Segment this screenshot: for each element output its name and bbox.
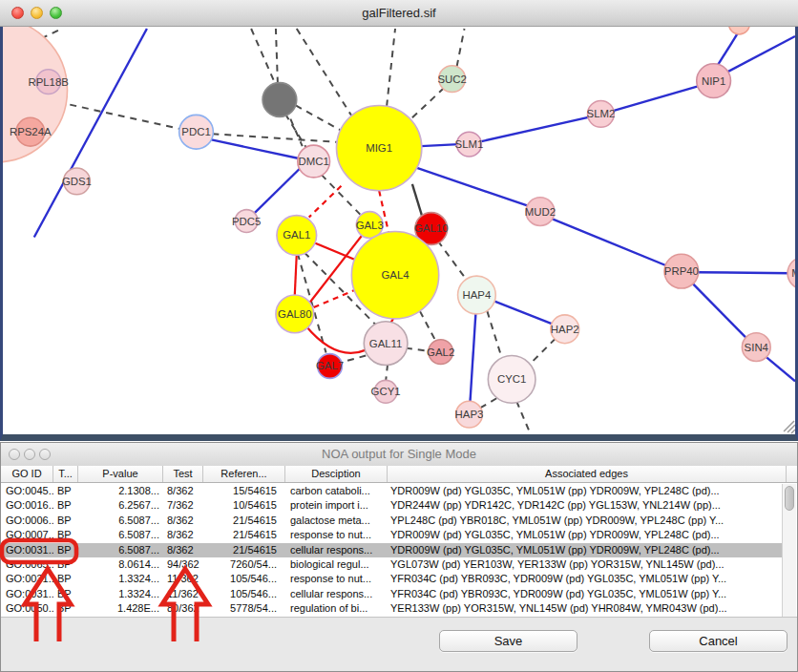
table-cell: YGL073W (pd) YER103W, YER133W (pp) YOR31… <box>388 557 782 572</box>
noa-window-title: NOA output for Single Mode <box>1 447 797 461</box>
table-row[interactable]: GO:0016...BP6.2567...7/36210/54615protei… <box>1 498 782 513</box>
table-row[interactable]: GO:0050...BP1.428E...80/3625778/54...reg… <box>1 601 782 616</box>
node-label-MIG1: MIG1 <box>366 142 392 154</box>
table-cell: GO:0016... <box>1 498 53 513</box>
table-cell: 8/362 <box>163 543 203 557</box>
table-row[interactable]: GO:0031...BP1.3324...11/362105/546...res… <box>1 572 782 586</box>
network-canvas[interactable]: RPL18BRPS24AGDS1PDC1DMC1MIG1SUC2SLM1SLM2… <box>3 27 795 434</box>
table-cell: YDR009W (pd) YGL035C, YML051W (pp) YDR00… <box>388 528 782 542</box>
table-cell: BP <box>53 572 78 586</box>
table-row[interactable]: GO:0006...BP6.5087...8/36221/54615galact… <box>1 514 782 528</box>
node-label-GAL7: GAL7 <box>316 360 344 371</box>
table-cell: BP <box>53 528 78 542</box>
table-cell: 7260/54... <box>203 557 285 572</box>
table-cell: YDR009W (pd) YGL035C, YML051W (pp) YDR00… <box>388 543 782 557</box>
edge <box>276 29 278 84</box>
table-cell: 1.3324... <box>78 587 163 601</box>
edge <box>417 168 531 207</box>
edge <box>412 184 423 219</box>
node-label-GCY1: GCY1 <box>371 386 401 397</box>
node-label-RPL18B: RPL18B <box>28 76 68 88</box>
table-header: GO IDT...P-valueTestReferen...Desciption… <box>1 466 797 483</box>
table-cell: GO:0006... <box>1 514 53 528</box>
table-row[interactable]: GO:0045...BP2.1308...8/36215/54615carbon… <box>1 484 782 498</box>
table-cell: BP <box>53 557 78 572</box>
table-cell: BP <box>53 587 78 601</box>
vertical-scrollbar[interactable] <box>782 484 796 617</box>
node-label-SIN4: SIN4 <box>745 342 769 353</box>
table-cell: 5778/54... <box>203 601 285 616</box>
node-label-MUD2: MUD2 <box>525 206 556 218</box>
table-cell: 10/54615 <box>203 498 285 513</box>
node-label-NIP1: NIP1 <box>702 75 725 87</box>
node-label-PDC1: PDC1 <box>181 126 210 137</box>
network-window-title: galFiltered.sif <box>0 6 798 20</box>
edge <box>692 283 747 339</box>
noa-titlebar[interactable]: NOA output for Single Mode <box>1 443 797 467</box>
table-cell: GO:0031... <box>1 587 53 601</box>
node-label-RPS24A: RPS24A <box>10 126 52 137</box>
node-label-HAP2: HAP2 <box>551 324 579 335</box>
network-titlebar[interactable]: galFiltered.sif <box>0 0 798 27</box>
button-panel: Save Cancel <box>1 617 797 671</box>
table-cell: YDR009W (pd) YGL035C, YML051W (pp) YDR00… <box>388 484 782 498</box>
edge <box>212 134 341 142</box>
table-cell: GO:0031... <box>1 543 53 557</box>
table-row[interactable]: GO:0007...BP6.5087...8/36221/54615respon… <box>1 528 782 542</box>
edge <box>551 219 666 266</box>
scrollbar-thumb[interactable] <box>785 486 794 511</box>
node-label-GDS1: GDS1 <box>62 176 92 187</box>
column-header-test[interactable]: Test <box>163 466 203 482</box>
table-cell: 6.2567... <box>78 498 163 513</box>
table-cell: YPL248C (pd) YBR018C, YML051W (pp) YDR00… <box>388 514 782 528</box>
table-cell: BP <box>53 601 78 616</box>
column-header-goid[interactable]: GO ID <box>1 466 53 482</box>
table-cell: 6.5087... <box>78 514 163 528</box>
table-cell: cellular respons... <box>285 543 388 557</box>
edge <box>480 398 496 408</box>
column-header-associatededges[interactable]: Associated edges <box>388 466 787 482</box>
node-top-partial[interactable] <box>729 27 750 34</box>
table-cell: 6.5087... <box>78 528 163 542</box>
column-header-desciption[interactable]: Desciption <box>285 466 388 482</box>
edge <box>210 139 303 159</box>
table-row[interactable]: GO:0065...BP8.0614...94/3627260/54...bio… <box>1 557 782 572</box>
table-cell: protein import i... <box>285 498 388 513</box>
cancel-button[interactable]: Cancel <box>649 630 788 652</box>
network-window: galFiltered.sif RPL18BRPS24AGDS1PDC1DMC1… <box>0 0 798 441</box>
edge <box>309 186 342 218</box>
table-cell: BP <box>53 498 78 513</box>
column-header-referen[interactable]: Referen... <box>203 466 285 482</box>
edge <box>412 89 444 118</box>
edge <box>438 241 468 281</box>
noa-window: NOA output for Single Mode GO IDT...P-va… <box>0 442 798 672</box>
save-button[interactable]: Save <box>439 630 578 652</box>
table-cell: YFR034C (pd) YBR093C, YDR009W (pd) YGL03… <box>388 587 782 601</box>
nodes-layer: RPL18BRPS24AGDS1PDC1DMC1MIG1SUC2SLM1SLM2… <box>3 27 795 428</box>
edge <box>420 311 436 342</box>
table-cell: GO:0007... <box>1 528 53 542</box>
table-cell: carbon cataboli... <box>285 484 388 498</box>
edge <box>386 365 388 382</box>
table-row[interactable]: GO:0031...BP6.5087...8/36221/54615cellul… <box>1 543 782 557</box>
table-cell: GO:0031... <box>1 572 53 586</box>
edges-layer <box>5 29 795 432</box>
node-label-GAL1: GAL1 <box>283 229 310 241</box>
table-cell: 105/546... <box>203 572 285 586</box>
edge <box>481 116 590 141</box>
node-label-PDC5: PDC5 <box>232 216 261 227</box>
table-cell: BP <box>53 543 78 557</box>
column-header-t[interactable]: T... <box>53 466 78 482</box>
column-header-pvalue[interactable]: P-value <box>78 466 163 482</box>
table-row[interactable]: GO:0031...BP1.3324...11/362105/546...cel… <box>1 587 782 601</box>
table-cell: cellular respons... <box>285 587 388 601</box>
table-cell: 2.1308... <box>78 484 163 498</box>
node-label-GAL2: GAL2 <box>427 346 454 358</box>
table-cell: BP <box>53 484 78 498</box>
edge <box>457 29 465 67</box>
resize-grip-icon[interactable] <box>784 421 795 433</box>
edge <box>727 36 795 73</box>
node-gray-node[interactable] <box>262 83 297 117</box>
node-label-GAL4: GAL4 <box>381 269 410 281</box>
node-label-SLM1: SLM1 <box>455 138 484 150</box>
